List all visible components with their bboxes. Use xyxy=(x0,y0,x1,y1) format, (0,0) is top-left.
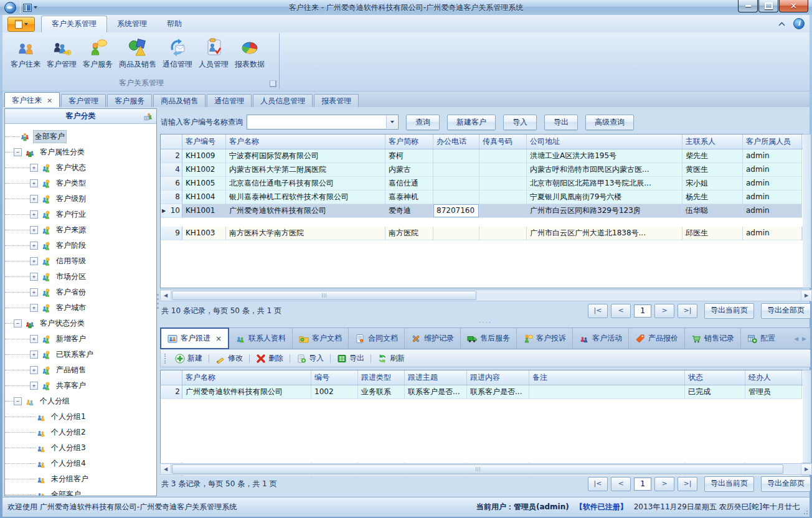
detail-tab-7[interactable]: 客户活动 xyxy=(573,328,629,349)
expand-icon[interactable]: + xyxy=(30,210,38,219)
tree-item-10[interactable]: +客户省份 xyxy=(5,285,156,300)
tree-item-17[interactable]: −个人分组 xyxy=(5,393,156,409)
last-page-button[interactable]: >| xyxy=(677,477,697,491)
search-button-3[interactable]: 导出 xyxy=(544,115,578,130)
expand-icon[interactable]: + xyxy=(30,195,38,203)
scroll-right-arrow[interactable]: ▶ xyxy=(801,464,811,474)
detail-tab-0[interactable]: 客户跟进× xyxy=(160,327,229,349)
tree-item-4[interactable]: +客户级别 xyxy=(5,191,156,207)
dialog-launcher-icon[interactable] xyxy=(270,80,276,87)
page-number-input[interactable] xyxy=(634,478,651,491)
collapse-icon[interactable]: − xyxy=(14,319,22,327)
maximize-button[interactable] xyxy=(758,0,778,12)
tree-item-20[interactable]: 个人分组3 xyxy=(5,440,156,456)
tree-item-16[interactable]: +共享客户 xyxy=(5,378,156,393)
column-header[interactable]: 客户编号 xyxy=(182,134,226,149)
expand-icon[interactable]: + xyxy=(30,242,38,250)
search-button-4[interactable]: 高级查询 xyxy=(585,115,634,130)
expand-icon[interactable]: + xyxy=(30,335,38,343)
search-button-2[interactable]: 导入 xyxy=(503,115,537,130)
export-all-pages-button[interactable]: 导出全部页 xyxy=(761,476,811,492)
toolbar-button-2[interactable]: 删除 xyxy=(252,353,287,364)
detail-tab-10[interactable]: 配置 xyxy=(741,328,781,349)
expand-icon[interactable]: + xyxy=(30,273,38,281)
tree-item-7[interactable]: +客户阶段 xyxy=(5,238,156,253)
ribbon-tab-1[interactable]: 系统管理 xyxy=(107,16,157,32)
scroll-left-arrow[interactable]: ◀ xyxy=(161,464,171,474)
page-number-input[interactable] xyxy=(634,304,651,318)
close-button[interactable]: ✕ xyxy=(779,0,808,12)
column-header[interactable]: 客户所属人员 xyxy=(743,134,802,149)
registered-link[interactable]: 【软件已注册】 xyxy=(575,502,628,512)
scroll-left-arrow[interactable]: ◀ xyxy=(161,291,171,300)
toolbar-button-3[interactable]: 导入 xyxy=(293,353,328,364)
tree-item-21[interactable]: 个人分组4 xyxy=(5,456,156,471)
column-header[interactable] xyxy=(161,134,182,149)
resize-grip[interactable] xyxy=(801,508,808,514)
application-menu-button[interactable] xyxy=(7,17,35,32)
tree-item-5[interactable]: +客户行业 xyxy=(5,207,156,222)
horizontal-splitter[interactable]: ···· xyxy=(160,319,811,327)
quick-access-toolbar[interactable] xyxy=(20,2,41,13)
export-all-pages-button[interactable]: 导出全部页 xyxy=(761,303,811,319)
detail-tab-6[interactable]: 客户投诉 xyxy=(517,328,573,349)
ribbon-button-4[interactable]: 通信管理 xyxy=(159,35,196,72)
first-page-button[interactable]: |< xyxy=(588,304,608,318)
ribbon-tab-2[interactable]: 帮助 xyxy=(157,16,192,32)
doc-tab-6[interactable]: 报表管理 xyxy=(314,94,359,108)
export-current-page-button[interactable]: 导出当前页 xyxy=(704,476,754,492)
tab-close-icon[interactable]: × xyxy=(215,334,222,343)
tab-scroll-right-arrow[interactable]: ▶ xyxy=(802,336,806,342)
doc-tab-4[interactable]: 通信管理 xyxy=(207,94,252,108)
next-page-button[interactable]: > xyxy=(654,477,674,491)
table-row[interactable]: 9KH1003南方医科大学南方医院南方医院广州市白云区广州大道北1838号...… xyxy=(161,227,803,240)
column-header[interactable]: 客户简称 xyxy=(385,134,433,149)
expand-icon[interactable]: + xyxy=(30,304,38,312)
expand-icon[interactable]: + xyxy=(30,179,38,187)
table-row[interactable]: 4KH1002内蒙古医科大学第二附属医院内蒙古内蒙古呼和浩特市回民区内蒙古医..… xyxy=(161,163,803,177)
expand-icon[interactable]: + xyxy=(30,257,38,265)
detail-tab-4[interactable]: 维护记录 xyxy=(405,328,461,349)
scrollbar-thumb[interactable] xyxy=(172,291,476,300)
toolbar-button-4[interactable]: 导出 xyxy=(333,353,368,364)
expand-icon[interactable]: + xyxy=(30,288,38,296)
expand-icon[interactable]: + xyxy=(30,382,38,390)
doc-tab-3[interactable]: 商品及销售 xyxy=(153,94,205,108)
scroll-right-arrow[interactable]: ▶ xyxy=(801,291,811,300)
collapse-icon[interactable]: − xyxy=(14,397,22,405)
collapse-ribbon-button[interactable] xyxy=(776,19,787,29)
expand-icon[interactable]: + xyxy=(30,351,38,359)
table-row[interactable]: 6KH1005北京嘉信仕通电子科技有限公司嘉信仕通北京市朝阳区北苑路甲13号院北… xyxy=(161,177,803,191)
column-header[interactable]: 跟进主题 xyxy=(405,370,467,385)
column-header[interactable]: 客户名称 xyxy=(182,370,311,385)
help-info-button[interactable]: i xyxy=(793,18,805,29)
detail-tab-3[interactable]: 合同文档 xyxy=(349,328,405,349)
tree-item-15[interactable]: +产品销售 xyxy=(5,362,156,378)
scrollbar-thumb[interactable] xyxy=(172,464,783,474)
tab-close-icon[interactable]: × xyxy=(47,97,52,105)
vertical-splitter[interactable] xyxy=(156,107,159,497)
tree-item-12[interactable]: −客户状态分类 xyxy=(5,316,156,331)
tree-item-8[interactable]: +信用等级 xyxy=(5,253,156,269)
tree-item-6[interactable]: +客户来源 xyxy=(5,222,156,238)
column-header[interactable]: 编号 xyxy=(311,370,358,385)
vertical-scrollbar[interactable] xyxy=(803,134,811,288)
detail-tab-1[interactable]: 联系人资料 xyxy=(229,328,293,349)
doc-tab-2[interactable]: 客户服务 xyxy=(107,94,152,108)
column-header[interactable]: 办公电话 xyxy=(433,134,479,149)
tree-item-1[interactable]: −客户属性分类 xyxy=(5,144,156,160)
next-page-button[interactable]: > xyxy=(654,304,674,318)
column-header[interactable]: 备注 xyxy=(529,370,685,385)
search-input[interactable] xyxy=(249,116,385,128)
tree-item-18[interactable]: 个人分组1 xyxy=(5,409,156,425)
toolbar-button-1[interactable]: 修改 xyxy=(212,353,247,364)
column-header[interactable]: 公司地址 xyxy=(527,134,682,149)
ribbon-tab-0[interactable]: 客户关系管理 xyxy=(41,16,107,33)
column-header[interactable]: 经办人 xyxy=(745,370,802,385)
toolbar-button-0[interactable]: 新建 xyxy=(171,353,206,364)
tree-item-22[interactable]: 未分组客户 xyxy=(5,471,156,487)
detail-tab-9[interactable]: 销售记录 xyxy=(685,328,741,349)
doc-tab-0[interactable]: 客户往来× xyxy=(4,92,60,108)
collapse-icon[interactable]: − xyxy=(14,148,22,156)
detail-tab-2[interactable]: 客户文档 xyxy=(293,328,349,349)
